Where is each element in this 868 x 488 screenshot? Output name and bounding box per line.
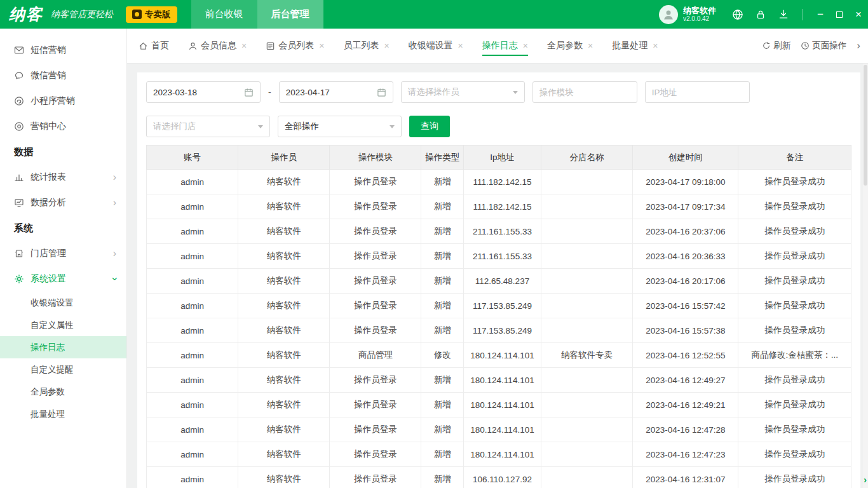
operation-type-select[interactable]: 全部操作	[278, 116, 402, 137]
table-row[interactable]: admin纳客软件操作员登录新增112.65.48.2372023-04-16 …	[147, 269, 851, 294]
table-row[interactable]: admin纳客软件操作员登录新增180.124.114.1012023-04-1…	[147, 417, 851, 442]
topbar-divider	[803, 9, 803, 20]
close-tab-icon[interactable]: ×	[384, 41, 389, 51]
close-tab-icon[interactable]: ×	[588, 41, 593, 51]
close-tab-icon[interactable]: ×	[653, 41, 658, 51]
table-row[interactable]: admin纳客软件操作员登录新增117.153.85.2492023-04-16…	[147, 318, 851, 343]
maximize-button[interactable]	[830, 0, 849, 29]
close-button[interactable]: ×	[849, 0, 868, 29]
table-row[interactable]: admin纳客软件商品管理修改180.124.114.101纳客软件专卖2023…	[147, 343, 851, 368]
table-cell: 纳客软件	[238, 170, 330, 194]
column-header: Ip地址	[464, 146, 541, 170]
tab-operation-log[interactable]: 操作日志×	[482, 36, 528, 56]
date-to-field[interactable]	[286, 88, 360, 97]
close-tab-icon[interactable]: ×	[523, 41, 528, 51]
sidebar-item-label: 小程序营销	[31, 95, 75, 107]
table-cell	[541, 170, 632, 194]
table-cell: 2023-04-16 12:49:21	[633, 393, 738, 417]
sidebar-item-data-analysis[interactable]: 数据分析›	[0, 190, 126, 215]
table-cell: 纳客软件	[238, 393, 330, 417]
sidebar-subitem-cashier-settings[interactable]: 收银端设置	[0, 292, 126, 314]
table-cell: admin	[147, 417, 238, 442]
table-cell: 180.124.114.101	[464, 417, 541, 442]
lock-icon[interactable]	[755, 9, 766, 20]
scrollbar-thumb[interactable]	[864, 65, 867, 186]
globe-icon[interactable]	[732, 9, 743, 20]
table-row[interactable]: admin纳客软件操作员登录新增111.182.142.152023-04-17…	[147, 194, 851, 219]
user-icon	[188, 41, 198, 51]
close-tab-icon[interactable]: ×	[458, 41, 463, 51]
table-row[interactable]: admin纳客软件操作员登录新增106.110.127.922023-04-16…	[147, 467, 851, 488]
nav-back-admin[interactable]: 后台管理	[257, 0, 323, 29]
refresh-icon	[762, 41, 771, 50]
query-button[interactable]: 查询	[409, 116, 450, 137]
table-cell: 操作员登录成功	[738, 244, 851, 269]
module-input[interactable]	[532, 81, 637, 103]
tab-home[interactable]: 首页	[139, 36, 169, 56]
sidebar-subitem-global-params[interactable]: 全局参数	[0, 381, 126, 403]
list-icon	[266, 41, 275, 51]
download-icon[interactable]	[778, 9, 789, 20]
table-cell: 操作员登录成功	[738, 368, 851, 393]
operator-select[interactable]: 请选择操作员	[401, 81, 525, 103]
table-cell: admin	[147, 343, 238, 368]
tab-member-list[interactable]: 会员列表×	[266, 36, 324, 56]
module-field[interactable]	[539, 88, 630, 97]
close-tab-icon[interactable]: ×	[241, 41, 247, 51]
table-row[interactable]: admin纳客软件操作员登录新增180.124.114.1012023-04-1…	[147, 393, 851, 417]
table-row[interactable]: admin纳客软件操作员登录新增180.124.114.1012023-04-1…	[147, 368, 851, 393]
sidebar-item-stats-report[interactable]: 统计报表›	[0, 165, 126, 190]
ip-input[interactable]	[645, 81, 750, 103]
edition-badge[interactable]: 专卖版	[126, 6, 177, 23]
table-cell: 新增	[421, 269, 464, 294]
table-cell: 操作员登录	[330, 219, 421, 244]
close-tab-icon[interactable]: ×	[319, 41, 324, 51]
minimize-button[interactable]: −	[811, 0, 830, 29]
sidebar-item-wechat-marketing[interactable]: 微信营销	[0, 63, 126, 88]
ip-field[interactable]	[652, 88, 743, 97]
sidebar-subitem-label: 批量处理	[31, 409, 65, 420]
nav-front-cashier[interactable]: 前台收银	[191, 0, 257, 29]
miniapp-icon	[14, 96, 24, 106]
sidebar-item-system-settings[interactable]: 系统设置›	[0, 266, 126, 292]
refresh-button[interactable]: 刷新	[762, 40, 790, 51]
sidebar-subitem-batch-process[interactable]: 批量处理	[0, 403, 126, 425]
date-from-input[interactable]	[146, 81, 261, 103]
caret-down-icon	[390, 125, 395, 128]
user-name: 纳客软件	[683, 6, 716, 16]
scroll-more-icon[interactable]: ›	[864, 475, 867, 484]
date-from-field[interactable]	[153, 88, 227, 97]
page-ops-button[interactable]: 页面操作	[801, 40, 846, 51]
sidebar-item-sms-marketing[interactable]: 短信营销	[0, 37, 126, 63]
date-to-input[interactable]	[279, 81, 393, 103]
column-header: 操作模块	[330, 146, 421, 170]
analysis-icon	[14, 198, 24, 208]
tab-label: 会员列表	[278, 40, 314, 51]
scrollbar[interactable]	[863, 64, 868, 488]
sidebar-item-marketing-center[interactable]: 营销中心	[0, 114, 126, 139]
sidebar-item-miniprogram-marketing[interactable]: 小程序营销	[0, 88, 126, 114]
table-cell: 纳客软件	[238, 269, 330, 294]
table-cell: 操作员登录成功	[738, 170, 851, 194]
app-slogan: 纳客管店更轻松	[51, 9, 113, 20]
chevron-right-icon[interactable]: ›	[857, 39, 860, 52]
tab-global-params[interactable]: 全局参数×	[547, 36, 593, 56]
table-row[interactable]: admin纳客软件操作员登录新增211.161.155.332023-04-16…	[147, 219, 851, 244]
table-row[interactable]: admin纳客软件操作员登录新增180.124.114.1012023-04-1…	[147, 442, 851, 467]
table-cell: 新增	[421, 467, 464, 488]
store-select[interactable]: 请选择门店	[146, 116, 270, 137]
tab-cashier-settings[interactable]: 收银端设置×	[409, 36, 463, 56]
tab-staff-list[interactable]: 员工列表×	[343, 36, 389, 56]
table-row[interactable]: admin纳客软件操作员登录新增117.153.85.2492023-04-16…	[147, 294, 851, 318]
column-header: 账号	[147, 146, 238, 170]
sidebar-subitem-custom-attributes[interactable]: 自定义属性	[0, 314, 126, 336]
sidebar-item-store-management[interactable]: 门店管理›	[0, 241, 126, 266]
tab-batch-process[interactable]: 批量处理×	[612, 36, 658, 56]
tab-member-info[interactable]: 会员信息×	[188, 36, 247, 56]
user-info[interactable]: 纳客软件 v2.0.0.42	[659, 5, 716, 24]
sidebar-subitem-operation-log[interactable]: 操作日志	[0, 336, 126, 358]
table-row[interactable]: admin纳客软件操作员登录新增111.182.142.152023-04-17…	[147, 170, 851, 194]
sidebar-subitem-label: 自定义属性	[31, 320, 74, 331]
table-row[interactable]: admin纳客软件操作员登录新增211.161.155.332023-04-16…	[147, 244, 851, 269]
sidebar-subitem-custom-reminder[interactable]: 自定义提醒	[0, 358, 126, 381]
